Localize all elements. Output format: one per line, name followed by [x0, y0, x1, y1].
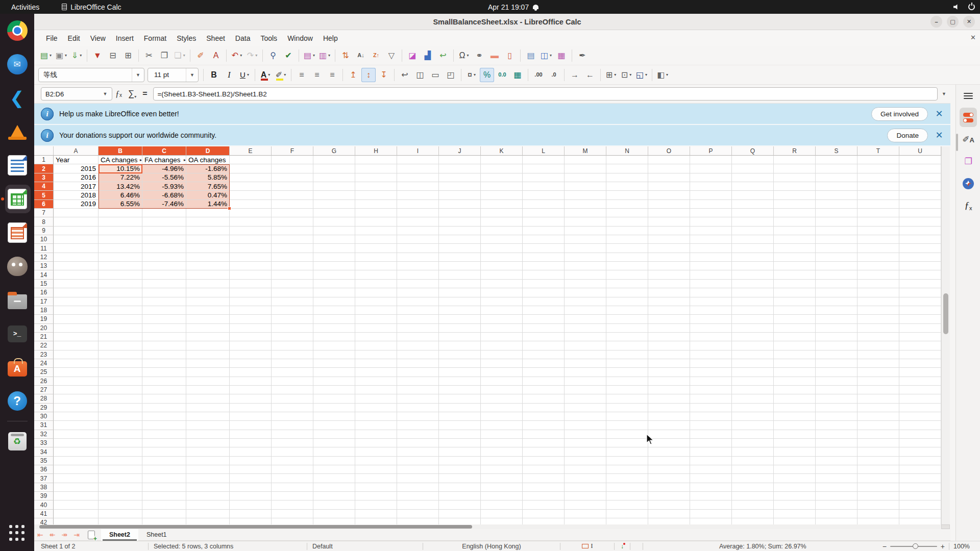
cell-T21[interactable]	[857, 333, 899, 341]
cell-D4[interactable]: 7.65%	[186, 182, 230, 191]
cell-U31[interactable]	[899, 421, 941, 430]
cell-I20[interactable]	[397, 324, 439, 333]
row-header-14[interactable]: 14	[34, 270, 54, 279]
cell-L29[interactable]	[523, 404, 565, 412]
cell-T30[interactable]	[857, 412, 899, 421]
font-name-combo[interactable]: 等线 ▼	[38, 68, 144, 82]
sidebar-item-functions[interactable]: ƒx	[956, 194, 980, 216]
dock-item-chrome[interactable]	[0, 14, 34, 47]
cell-Q3[interactable]	[732, 173, 774, 182]
cell-N17[interactable]	[606, 297, 648, 306]
cell-S10[interactable]	[816, 235, 857, 244]
menu-tools[interactable]: Tools	[255, 32, 282, 44]
cell-A31[interactable]	[54, 421, 99, 430]
cell-S21[interactable]	[816, 333, 857, 341]
cell-F20[interactable]	[272, 324, 313, 333]
cell-G36[interactable]	[313, 465, 355, 474]
cell-P24[interactable]	[690, 359, 732, 368]
cell-J9[interactable]	[439, 227, 481, 235]
cell-T16[interactable]	[857, 288, 899, 297]
zoom-slider-knob[interactable]	[913, 543, 918, 549]
delete-decimal-place-button[interactable]: .0	[547, 68, 561, 82]
cell-I24[interactable]	[397, 359, 439, 368]
cell-F11[interactable]	[272, 244, 313, 253]
cell-M3[interactable]	[565, 173, 606, 182]
cell-D21[interactable]	[186, 333, 230, 341]
cell-T25[interactable]	[857, 368, 899, 377]
cell-M14[interactable]	[565, 270, 606, 279]
cell-T42[interactable]	[857, 518, 899, 524]
cell-I5[interactable]	[397, 191, 439, 199]
cell-P27[interactable]	[690, 386, 732, 394]
system-status-area[interactable]	[953, 0, 975, 14]
cell-I42[interactable]	[397, 518, 439, 524]
cell-O15[interactable]	[648, 280, 690, 288]
cell-P38[interactable]	[690, 483, 732, 492]
cell-M11[interactable]	[565, 244, 606, 253]
cell-Q42[interactable]	[732, 518, 774, 524]
cell-R41[interactable]	[774, 510, 816, 518]
row-header-4[interactable]: 4	[34, 182, 54, 191]
cell-F25[interactable]	[272, 368, 313, 377]
cell-I33[interactable]	[397, 439, 439, 447]
cell-O23[interactable]	[648, 350, 690, 359]
cell-H30[interactable]	[355, 412, 397, 421]
cell-U15[interactable]	[899, 280, 941, 288]
dock-item-software[interactable]: A	[0, 350, 34, 384]
cell-S31[interactable]	[816, 421, 857, 430]
cell-E31[interactable]	[230, 421, 272, 430]
equals-icon[interactable]: =	[142, 89, 147, 98]
cell-A29[interactable]	[54, 404, 99, 412]
cell-J27[interactable]	[439, 386, 481, 394]
cell-O7[interactable]	[648, 209, 690, 217]
cell-P29[interactable]	[690, 404, 732, 412]
sidebar-item-gallery[interactable]: ❐	[956, 151, 980, 172]
cell-C41[interactable]	[142, 510, 186, 518]
cell-B14[interactable]	[99, 270, 142, 279]
cell-I28[interactable]	[397, 394, 439, 403]
cell-R10[interactable]	[774, 235, 816, 244]
row-header-25[interactable]: 25	[34, 368, 54, 377]
cell-R32[interactable]	[774, 430, 816, 439]
cell-P13[interactable]	[690, 262, 732, 270]
cell-C2[interactable]: -4.96%	[142, 164, 186, 173]
cell-A38[interactable]	[54, 483, 99, 492]
conditional-formatting-dropdown-icon[interactable]: ▾	[666, 72, 668, 77]
cell-A2[interactable]: 2015	[54, 164, 99, 173]
cell-C16[interactable]	[142, 288, 186, 297]
row-header-16[interactable]: 16	[34, 288, 54, 297]
cell-N10[interactable]	[606, 235, 648, 244]
cell-E2[interactable]	[230, 164, 272, 173]
cell-Q35[interactable]	[732, 457, 774, 465]
cell-A21[interactable]	[54, 333, 99, 341]
cell-C22[interactable]	[142, 341, 186, 350]
show-draw-functions-button[interactable]: ▯	[503, 48, 517, 63]
cell-H39[interactable]	[355, 492, 397, 500]
cell-C4[interactable]: -5.93%	[142, 182, 186, 191]
cell-M39[interactable]	[565, 492, 606, 500]
cell-M19[interactable]	[565, 315, 606, 323]
cell-N29[interactable]	[606, 404, 648, 412]
cell-D14[interactable]	[186, 270, 230, 279]
cell-H18[interactable]	[355, 306, 397, 315]
cell-A27[interactable]	[54, 386, 99, 394]
cell-D5[interactable]: 0.47%	[186, 191, 230, 199]
cell-J25[interactable]	[439, 368, 481, 377]
col-header-H[interactable]: H	[355, 146, 397, 156]
cell-B36[interactable]	[99, 465, 142, 474]
cell-I27[interactable]	[397, 386, 439, 394]
cell-D32[interactable]	[186, 430, 230, 439]
cell-R26[interactable]	[774, 377, 816, 386]
cell-B8[interactable]	[99, 217, 142, 226]
cell-A35[interactable]	[54, 457, 99, 465]
cell-H16[interactable]	[355, 288, 397, 297]
cell-R8[interactable]	[774, 217, 816, 226]
cell-H31[interactable]	[355, 421, 397, 430]
cell-U41[interactable]	[899, 510, 941, 518]
cell-F24[interactable]	[272, 359, 313, 368]
cell-J5[interactable]	[439, 191, 481, 199]
cell-C36[interactable]	[142, 465, 186, 474]
cell-R23[interactable]	[774, 350, 816, 359]
cell-J26[interactable]	[439, 377, 481, 386]
cell-R28[interactable]	[774, 394, 816, 403]
